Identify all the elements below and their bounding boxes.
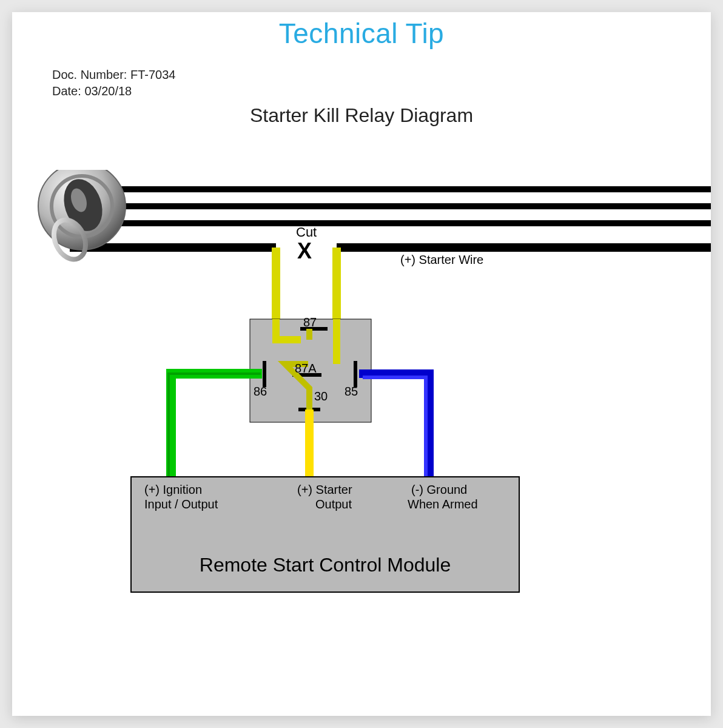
relay-pin-30-label: 30 bbox=[314, 389, 328, 403]
module-ignition-label-2: Input / Output bbox=[144, 497, 218, 511]
doc-meta: Doc. Number: FT-7034 Date: 03/20/18 bbox=[52, 67, 175, 99]
module-ground-label-1: (-) Ground bbox=[411, 483, 467, 496]
wire-green-main bbox=[171, 374, 262, 478]
module-ignition-label-1: (+) Ignition bbox=[144, 483, 202, 496]
module-title: Remote Start Control Module bbox=[200, 554, 451, 576]
document-page: Technical Tip Doc. Number: FT-7034 Date:… bbox=[12, 12, 711, 716]
relay-pin-85-label: 85 bbox=[345, 385, 358, 398]
starter-wire-label: (+) Starter Wire bbox=[400, 253, 483, 266]
doc-number-label: Doc. Number: bbox=[52, 68, 127, 81]
module-starter-label-2: Output bbox=[315, 497, 352, 511]
wiring-diagram: (+) Ignition Input / Output (+) Starter … bbox=[12, 170, 711, 607]
relay-pin-86-label: 86 bbox=[254, 385, 267, 398]
module-ground-label-2: When Armed bbox=[408, 497, 478, 511]
doc-date-label: Date: bbox=[52, 84, 81, 98]
module-starter-label-1: (+) Starter bbox=[297, 483, 352, 496]
doc-date-value: 03/20/18 bbox=[84, 84, 132, 98]
doc-number-value: FT-7034 bbox=[130, 68, 175, 81]
cut-label: Cut bbox=[296, 224, 317, 240]
page-title: Technical Tip bbox=[12, 12, 711, 50]
wire-blue-inner bbox=[363, 377, 426, 477]
cut-x-mark: X bbox=[297, 238, 312, 263]
relay-pin-87a-label: 87A bbox=[295, 362, 317, 375]
diagram-title: Starter Kill Relay Diagram bbox=[12, 104, 711, 127]
wire-green-shadow bbox=[169, 374, 261, 478]
relay-pin-87-label: 87 bbox=[303, 315, 317, 329]
